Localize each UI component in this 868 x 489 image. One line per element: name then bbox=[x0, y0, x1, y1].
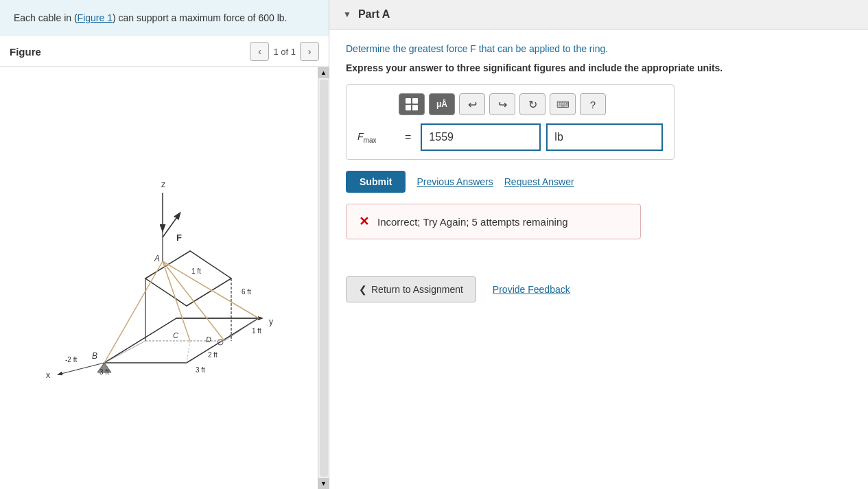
figure-counter: 1 of 1 bbox=[273, 47, 296, 57]
error-box: ✕ Incorrect; Try Again; 5 attempts remai… bbox=[346, 204, 641, 239]
svg-text:D: D bbox=[206, 335, 211, 344]
figure-nav: ‹ 1 of 1 › bbox=[250, 42, 319, 61]
part-title: Part A bbox=[358, 8, 390, 21]
answer-input-row: Fmax = bbox=[357, 123, 663, 151]
units-input[interactable] bbox=[546, 123, 663, 151]
figure-svg: z F y x bbox=[0, 67, 318, 489]
svg-text:2 ft: 2 ft bbox=[208, 351, 218, 359]
undo-button[interactable]: ↩ bbox=[459, 93, 485, 115]
svg-text:3 ft: 3 ft bbox=[196, 366, 205, 374]
equals-sign: = bbox=[405, 131, 411, 143]
scroll-down-arrow[interactable]: ▼ bbox=[318, 478, 329, 489]
keyboard-button[interactable]: ⌨ bbox=[550, 93, 576, 115]
figure-link[interactable]: Figure 1 bbox=[78, 12, 113, 23]
figure-header: Figure ‹ 1 of 1 › bbox=[0, 36, 329, 67]
request-answer-button[interactable]: Request Answer bbox=[504, 176, 574, 187]
figure-area: Figure ‹ 1 of 1 › z F bbox=[0, 36, 329, 489]
error-text: Incorrect; Try Again; 5 attempts remaini… bbox=[377, 216, 568, 228]
svg-text:6 ft: 6 ft bbox=[242, 288, 251, 296]
return-arrow-icon: ❮ bbox=[359, 284, 367, 295]
previous-answers-button[interactable]: Previous Answers bbox=[417, 176, 493, 187]
svg-text:z: z bbox=[161, 180, 165, 189]
scroll-up-arrow[interactable]: ▲ bbox=[318, 67, 329, 78]
matrix-icon bbox=[406, 98, 418, 110]
answer-label: Fmax bbox=[357, 131, 395, 144]
svg-marker-8 bbox=[104, 318, 259, 363]
svg-line-15 bbox=[104, 261, 163, 363]
problem-text-box: Each cable in (Figure 1) can support a m… bbox=[0, 0, 329, 36]
refresh-button[interactable]: ↻ bbox=[519, 93, 546, 115]
answer-value-input[interactable] bbox=[421, 123, 541, 151]
part-header: ▼ Part A bbox=[329, 0, 868, 29]
matrix-button[interactable] bbox=[399, 93, 425, 115]
answer-container: μÅ ↩ ↪ ↻ ⌨ ? Fmax = bbox=[346, 84, 675, 160]
right-panel: ▼ Part A Determine the greatest force F … bbox=[329, 0, 868, 489]
svg-text:y: y bbox=[269, 317, 273, 326]
svg-text:x: x bbox=[46, 370, 50, 380]
figure-next-button[interactable]: › bbox=[300, 42, 319, 61]
part-content: Determine the greatest force F that can … bbox=[329, 29, 868, 270]
provide-feedback-button[interactable]: Provide Feedback bbox=[493, 284, 570, 295]
scroll-track bbox=[320, 80, 328, 477]
figure-title: Figure bbox=[10, 46, 41, 58]
question-text: Determine the greatest force F that can … bbox=[346, 43, 852, 54]
help-button[interactable]: ? bbox=[580, 93, 606, 115]
svg-text:1 ft: 1 ft bbox=[252, 327, 261, 335]
svg-text:B: B bbox=[92, 351, 97, 361]
svg-text:C: C bbox=[173, 331, 178, 339]
svg-text:A: A bbox=[154, 254, 160, 263]
problem-text-pre: Each cable in ( bbox=[14, 12, 78, 23]
svg-text:-2 ft: -2 ft bbox=[65, 356, 77, 363]
instruction-text: Express your answer to three significant… bbox=[346, 62, 852, 73]
mu-button[interactable]: μÅ bbox=[429, 93, 455, 115]
submit-row: Submit Previous Answers Request Answer bbox=[346, 171, 852, 193]
svg-text:3 ft: 3 ft bbox=[99, 368, 109, 376]
redo-button[interactable]: ↪ bbox=[489, 93, 515, 115]
svg-line-35 bbox=[187, 341, 190, 363]
figure-canvas: z F y x bbox=[0, 67, 329, 489]
return-label: Return to Assignment bbox=[371, 284, 463, 295]
svg-text:1 ft: 1 ft bbox=[191, 267, 201, 275]
bottom-row: ❮ Return to Assignment Provide Feedback bbox=[329, 270, 868, 309]
svg-text:F: F bbox=[176, 232, 182, 243]
submit-button[interactable]: Submit bbox=[346, 171, 406, 193]
figure-prev-button[interactable]: ‹ bbox=[250, 42, 269, 61]
error-icon: ✕ bbox=[359, 214, 369, 229]
return-to-assignment-button[interactable]: ❮ Return to Assignment bbox=[346, 276, 476, 302]
collapse-icon[interactable]: ▼ bbox=[343, 10, 351, 19]
answer-toolbar: μÅ ↩ ↪ ↻ ⌨ ? bbox=[357, 93, 663, 115]
problem-text-post: ) can support a maximum force of 600 lb. bbox=[113, 12, 287, 23]
figure-scrollbar[interactable]: ▲ ▼ bbox=[318, 67, 329, 489]
svg-line-16 bbox=[163, 261, 190, 341]
